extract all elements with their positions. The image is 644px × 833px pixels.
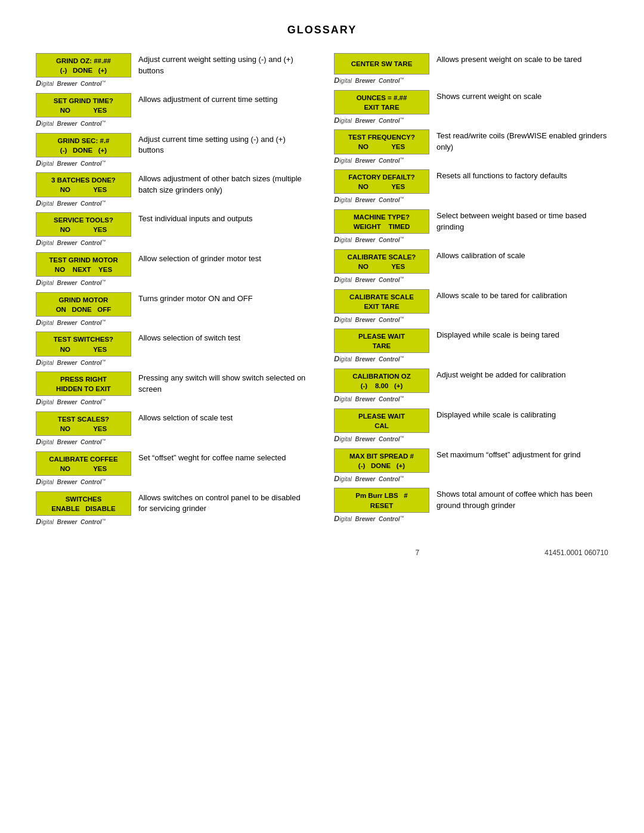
left-lcd-row2-11: ENABLE DISABLE [51, 504, 115, 513]
right-lcd-2: TEST FREQUENCY?NO YES [334, 129, 429, 154]
right-entry-4: MACHINE TYPE?WEIGHT TIMEDDigital Brewer … [334, 209, 608, 244]
right-lcd-row1-6: CALIBRATE SCALE [349, 292, 414, 302]
left-lcd-row1-2: GRIND SEC: #.# [58, 136, 110, 145]
left-description-1: Allows adjustment of current time settin… [138, 93, 310, 106]
right-lcd-7: PLEASE WAITTARE [334, 329, 429, 353]
left-description-6: Turns grinder motor ON and OFF [138, 292, 310, 305]
right-lcd-0: CENTER SW TARE [334, 53, 429, 75]
right-lcd-row2-2: NO YES [358, 142, 405, 151]
left-description-8: Pressing any switch will show switch sel… [138, 371, 310, 395]
right-display-5: CALIBRATE SCALE?NO YESDigital Brewer Con… [334, 249, 429, 284]
right-lcd-1: OUNCES = #.##EXIT TARE [334, 90, 429, 114]
right-description-11: Shows total amount of coffee which has b… [436, 488, 608, 512]
right-lcd-row1-9: PLEASE WAIT [358, 411, 405, 421]
right-display-1: OUNCES = #.##EXIT TAREDigital Brewer Con… [334, 90, 429, 125]
left-entry-2: GRIND SEC: #.#(-) DONE (+)Digital Brewer… [36, 133, 310, 168]
dbc-brand-label: Digital Brewer Control™ [36, 477, 131, 487]
right-lcd-4: MACHINE TYPE?WEIGHT TIMED [334, 209, 429, 234]
doc-number: 41451.0001 060710 [544, 549, 608, 557]
left-display-5: TEST GRIND MOTORNO NEXT YESDigital Brewe… [36, 252, 131, 287]
right-lcd-row2-10: (-) DONE (+) [358, 461, 405, 470]
left-description-10: Set “offset” weght for coffee name selec… [138, 451, 310, 464]
dbc-brand-label: Digital Brewer Control™ [334, 275, 429, 284]
left-lcd-8: PRESS RIGHTHIDDEN TO EXIT [36, 371, 131, 396]
right-lcd-row2-6: EXIT TARE [364, 302, 399, 311]
left-entry-1: SET GRIND TIME?NO YESDigital Brewer Cont… [36, 93, 310, 128]
right-lcd-row2-3: NO YES [358, 182, 405, 191]
left-entry-11: SWITCHESENABLE DISABLEDigital Brewer Con… [36, 491, 310, 527]
left-lcd-row1-1: SET GRIND TIME? [54, 96, 113, 106]
right-lcd-row1-7: PLEASE WAIT [358, 332, 405, 341]
right-display-0: CENTER SW TAREDigital Brewer Control™ [334, 53, 429, 85]
right-lcd-9: PLEASE WAITCAL [334, 408, 429, 433]
right-description-0: Allows present weight on scale to be tar… [436, 53, 608, 66]
right-lcd-row1-1: OUNCES = #.## [357, 93, 407, 103]
right-lcd-row1-10: MAX BIT SPREAD # [349, 451, 414, 461]
right-lcd-row1-4: MACHINE TYPE? [354, 212, 410, 222]
right-description-5: Allows calibration of scale [436, 249, 608, 262]
dbc-brand-label: Digital Brewer Control™ [334, 514, 429, 524]
dbc-brand-label: Digital Brewer Control™ [36, 79, 131, 88]
right-display-2: TEST FREQUENCY?NO YESDigital Brewer Cont… [334, 129, 429, 165]
right-lcd-row2-5: NO YES [358, 262, 405, 271]
left-display-11: SWITCHESENABLE DISABLEDigital Brewer Con… [36, 491, 131, 527]
page-title: GLOSSARY [36, 24, 608, 36]
right-lcd-row1-8: CALIBRATION OZ [352, 371, 411, 381]
dbc-brand-label: Digital Brewer Control™ [334, 235, 429, 244]
left-lcd-2: GRIND SEC: #.#(-) DONE (+) [36, 133, 131, 157]
right-entry-1: OUNCES = #.##EXIT TAREDigital Brewer Con… [334, 90, 608, 125]
left-display-10: CALIBRATE COFFEENO YESDigital Brewer Con… [36, 451, 131, 487]
right-description-3: Resets all functions to factory defaults [436, 169, 608, 182]
left-lcd-row2-8: HIDDEN TO EXIT [56, 384, 111, 394]
dbc-brand-label: Digital Brewer Control™ [36, 119, 131, 128]
left-lcd-row2-4: NO YES [60, 225, 107, 234]
right-description-1: Shows current weight on scale [436, 90, 608, 103]
left-lcd-row2-3: NO YES [60, 185, 107, 194]
left-description-3: Allows adjustment of other batch sizes (… [138, 172, 310, 196]
right-entry-0: CENTER SW TAREDigital Brewer Control™All… [334, 53, 608, 85]
footer: 7 41451.0001 060710 [36, 549, 608, 557]
right-column: CENTER SW TAREDigital Brewer Control™All… [322, 53, 608, 531]
dbc-brand-label: Digital Brewer Control™ [334, 195, 429, 205]
right-lcd-6: CALIBRATE SCALEEXIT TARE [334, 289, 429, 314]
left-entry-5: TEST GRIND MOTORNO NEXT YESDigital Brewe… [36, 252, 310, 287]
dbc-brand-label: Digital Brewer Control™ [334, 354, 429, 364]
left-description-9: Allows selction of scale test [138, 411, 310, 424]
right-display-9: PLEASE WAITCALDigital Brewer Control™ [334, 408, 429, 444]
right-lcd-10: MAX BIT SPREAD #(-) DONE (+) [334, 448, 429, 473]
dbc-brand-label: Digital Brewer Control™ [36, 238, 131, 247]
left-description-11: Allows switches on control panel to be d… [138, 491, 310, 515]
left-lcd-row1-0: GRIND OZ: ##.## [56, 56, 111, 66]
right-lcd-row1-0: CENTER SW TARE [351, 59, 413, 69]
left-lcd-row1-10: CALIBRATE COFFEE [49, 454, 117, 464]
left-lcd-row1-9: TEST SCALES? [58, 414, 109, 424]
left-lcd-row1-8: PRESS RIGHT [60, 374, 107, 384]
right-entry-9: PLEASE WAITCALDigital Brewer Control™Dis… [334, 408, 608, 444]
left-display-3: 3 BATCHES DONE?NO YESDigital Brewer Cont… [36, 172, 131, 208]
dbc-brand-label: Digital Brewer Control™ [36, 278, 131, 287]
right-lcd-5: CALIBRATE SCALE?NO YES [334, 249, 429, 274]
left-lcd-3: 3 BATCHES DONE?NO YES [36, 172, 131, 197]
right-description-9: Displayed while scale is calibrating [436, 408, 608, 421]
right-display-8: CALIBRATION OZ(-) 8.00 (+)Digital Brewer… [334, 368, 429, 404]
right-description-4: Select between weight based or time base… [436, 209, 608, 233]
left-lcd-5: TEST GRIND MOTORNO NEXT YES [36, 252, 131, 277]
left-lcd-row2-7: NO YES [60, 345, 107, 354]
left-lcd-row2-6: ON DONE OFF [56, 305, 112, 314]
left-lcd-9: TEST SCALES?NO YES [36, 411, 131, 436]
left-display-0: GRIND OZ: ##.##(-) DONE (+)Digital Brewe… [36, 53, 131, 88]
right-description-10: Set maximum “offset” adjustment for grin… [436, 448, 608, 461]
left-lcd-row2-9: NO YES [60, 424, 107, 433]
left-lcd-row1-4: SERVICE TOOLS? [54, 215, 113, 225]
left-entry-9: TEST SCALES?NO YESDigital Brewer Control… [36, 411, 310, 447]
right-description-7: Displayed while scale is being tared [436, 329, 608, 341]
left-display-4: SERVICE TOOLS?NO YESDigital Brewer Contr… [36, 212, 131, 247]
left-lcd-11: SWITCHESENABLE DISABLE [36, 491, 131, 516]
left-lcd-1: SET GRIND TIME?NO YES [36, 93, 131, 117]
left-entry-6: GRIND MOTORON DONE OFFDigital Brewer Con… [36, 292, 310, 327]
right-lcd-row2-7: TARE [373, 341, 391, 351]
right-entry-10: MAX BIT SPREAD #(-) DONE (+)Digital Brew… [334, 448, 608, 484]
right-lcd-row2-4: WEIGHT TIMED [354, 222, 410, 231]
left-column: GRIND OZ: ##.##(-) DONE (+)Digital Brewe… [36, 53, 322, 531]
left-lcd-row2-10: NO YES [60, 464, 107, 473]
